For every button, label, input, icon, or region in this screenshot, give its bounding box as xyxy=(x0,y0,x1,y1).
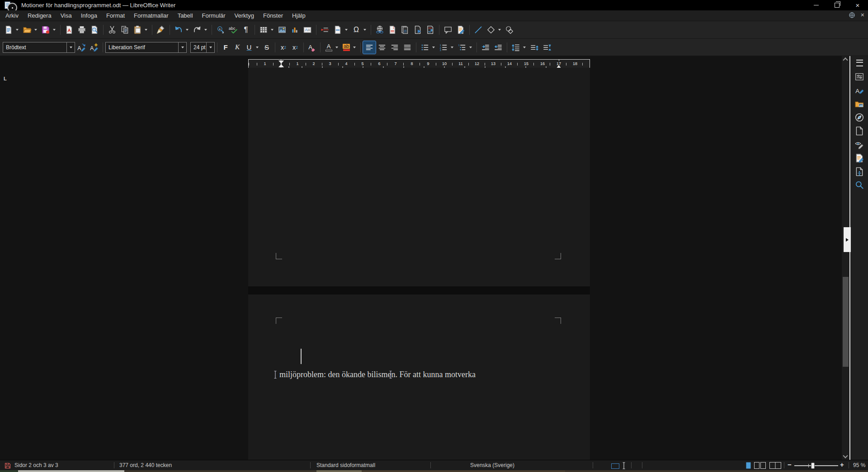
horizontal-ruler[interactable]: 1123456789101112131415161718 xyxy=(248,59,590,69)
subscript-button[interactable]: x2 xyxy=(289,42,301,53)
special-character-button[interactable]: Ω xyxy=(350,23,363,36)
restore-button[interactable] xyxy=(826,0,847,10)
save-dropdown-arrow[interactable] xyxy=(53,29,56,31)
vertical-scrollbar[interactable] xyxy=(842,56,849,460)
menu-item[interactable]: Formulär xyxy=(198,11,230,20)
new-dropdown-arrow[interactable] xyxy=(16,29,19,31)
italic-button[interactable]: K xyxy=(231,42,243,53)
redo-dropdown-arrow[interactable] xyxy=(204,29,207,31)
highlight-dropdown-arrow[interactable] xyxy=(353,47,356,48)
track-changes-button[interactable] xyxy=(454,23,467,36)
basic-shapes-button[interactable] xyxy=(485,23,497,36)
unsaved-changes-icon[interactable] xyxy=(5,463,11,469)
sidebar-tab-styles[interactable]: A xyxy=(854,84,865,96)
globe-icon[interactable] xyxy=(849,12,855,19)
numbered-list-dropdown-arrow[interactable] xyxy=(451,47,453,48)
close-button[interactable]: × xyxy=(847,0,868,10)
justify-button[interactable] xyxy=(401,41,414,54)
sidebar-tab-navigator[interactable] xyxy=(854,112,865,123)
close-document-icon[interactable]: × xyxy=(859,11,866,19)
insert-chart-button[interactable] xyxy=(288,23,301,36)
line-spacing-dropdown-arrow[interactable] xyxy=(523,47,526,48)
menu-item[interactable]: Formatmallar xyxy=(129,11,173,20)
highlight-color-button[interactable]: ab xyxy=(340,42,352,53)
single-page-view-icon[interactable] xyxy=(746,462,751,469)
insert-endnote-button[interactable]: (i) xyxy=(399,23,411,36)
table-dropdown-arrow[interactable] xyxy=(271,29,274,31)
decrease-paragraph-spacing-button[interactable] xyxy=(541,41,553,54)
decrease-indent-button[interactable] xyxy=(492,41,505,54)
update-style-button[interactable]: A xyxy=(75,41,88,54)
open-button[interactable] xyxy=(21,23,33,36)
menu-item[interactable]: Redigera xyxy=(23,11,56,20)
zoom-out-button[interactable]: − xyxy=(788,461,792,468)
special-character-dropdown-arrow[interactable] xyxy=(363,29,366,31)
sidebar-tab-gallery[interactable] xyxy=(854,98,865,110)
draw-functions-button[interactable] xyxy=(503,23,516,36)
text-language[interactable]: Svenska (Sverige) xyxy=(470,462,514,468)
outline-list-button[interactable]: 1 xyxy=(456,41,468,54)
paragraph-style-combo[interactable]: Brödtext xyxy=(3,42,75,53)
insert-bookmark-button[interactable] xyxy=(411,23,424,36)
paste-button[interactable] xyxy=(131,23,144,36)
paragraph-style-dropdown[interactable] xyxy=(66,42,75,52)
print-preview-button[interactable] xyxy=(88,23,101,36)
font-size-combo[interactable]: 24 pt xyxy=(190,42,215,53)
sidebar-tab-properties[interactable] xyxy=(854,71,865,83)
menu-item[interactable]: Infoga xyxy=(76,11,102,20)
field-dropdown-arrow[interactable] xyxy=(345,29,348,31)
zoom-slider-track[interactable] xyxy=(794,465,838,466)
undo-dropdown-arrow[interactable] xyxy=(186,29,189,31)
increase-indent-button[interactable] xyxy=(479,41,492,54)
font-color-dropdown-arrow[interactable] xyxy=(335,47,338,48)
menu-item[interactable]: Verktyg xyxy=(230,11,259,20)
new-document-button[interactable] xyxy=(2,23,15,36)
new-style-button[interactable]: A xyxy=(88,41,100,54)
insert-table-button[interactable] xyxy=(257,23,270,36)
menu-item[interactable]: Fönster xyxy=(259,11,288,20)
insert-image-button[interactable] xyxy=(276,23,288,36)
open-dropdown-arrow[interactable] xyxy=(34,29,37,31)
selection-mode-icon[interactable] xyxy=(611,463,619,469)
align-left-button[interactable] xyxy=(363,41,376,54)
formatting-marks-button[interactable]: ¶ xyxy=(240,23,252,36)
menu-item[interactable]: Arkiv xyxy=(1,11,23,20)
bullet-list-button[interactable] xyxy=(419,41,431,54)
font-size-dropdown[interactable] xyxy=(206,42,214,52)
scroll-up-arrow[interactable] xyxy=(843,57,848,62)
shapes-dropdown-arrow[interactable] xyxy=(498,29,501,31)
insert-hyperlink-button[interactable] xyxy=(373,23,386,36)
tab-stop-selector[interactable]: L xyxy=(4,76,7,81)
page-info[interactable]: Sidor 2 och 3 av 3 xyxy=(14,462,58,468)
strikethrough-button[interactable]: S xyxy=(261,42,273,53)
insert-field-button[interactable] xyxy=(331,23,344,36)
insert-page-break-button[interactable] xyxy=(319,23,331,36)
redo-button[interactable] xyxy=(191,23,203,36)
copy-button[interactable] xyxy=(118,23,131,36)
save-button[interactable] xyxy=(39,23,52,36)
insert-cross-reference-button[interactable] xyxy=(424,23,437,36)
spelling-button[interactable]: abc xyxy=(227,23,240,36)
cut-button[interactable] xyxy=(106,23,118,36)
sidebar-tab-style-inspector[interactable] xyxy=(854,139,865,150)
zoom-level[interactable]: 95 % xyxy=(853,462,865,468)
line-spacing-button[interactable] xyxy=(509,41,522,54)
scrollbar-thumb[interactable] xyxy=(843,277,849,367)
sidebar-tab-page[interactable] xyxy=(854,125,865,137)
font-name-combo[interactable]: Liberation Serif xyxy=(105,42,187,53)
font-name-dropdown[interactable] xyxy=(178,42,186,52)
insert-footnote-button[interactable]: 1 xyxy=(386,23,399,36)
clone-formatting-button[interactable] xyxy=(155,23,167,36)
multi-page-view-icon[interactable] xyxy=(754,462,766,469)
page-2[interactable] xyxy=(248,68,590,286)
font-color-button[interactable]: A xyxy=(323,42,335,53)
sidebar-tab-accessibility-check[interactable] xyxy=(854,166,865,178)
menu-item[interactable]: Visa xyxy=(56,11,76,20)
undo-button[interactable] xyxy=(172,23,185,36)
book-view-icon[interactable] xyxy=(769,462,781,469)
insert-line-button[interactable] xyxy=(472,23,485,36)
menu-item[interactable]: Tabell xyxy=(173,11,198,20)
menu-item[interactable]: Hjälp xyxy=(288,11,310,20)
bullet-list-dropdown-arrow[interactable] xyxy=(432,47,435,48)
paste-dropdown-arrow[interactable] xyxy=(145,29,147,31)
